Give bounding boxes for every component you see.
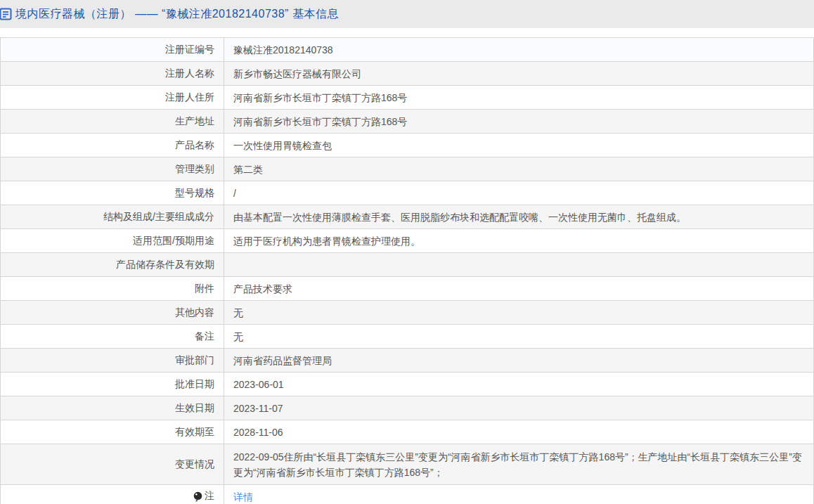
- table-row: 结构及组成/主要组成成分由基本配置一次性使用薄膜检查手套、医用脱脂纱布块和选配配…: [1, 205, 814, 229]
- row-value: 2023-11-07: [224, 396, 814, 420]
- row-label: 注册人名称: [1, 62, 224, 86]
- row-value: 产品技术要求: [224, 277, 814, 301]
- row-label: 注册人住所: [1, 86, 224, 110]
- row-value: 2022-09-05住所由“长垣县丁栾镇东三公里”变更为“河南省新乡市长垣市丁栾…: [224, 444, 814, 485]
- table-row: 批准日期2023-06-01: [1, 373, 814, 396]
- row-label: 产品储存条件及有效期: [1, 253, 224, 277]
- row-label: 生效日期: [1, 396, 224, 420]
- table-row: 适用范围/预期用途适用于医疗机构为患者胃镜检查护理使用。: [1, 229, 814, 253]
- table-row: 生产地址河南省新乡市长垣市丁栾镇丁方路168号: [1, 110, 814, 134]
- row-label: 生产地址: [1, 110, 224, 134]
- balloon-icon: [193, 491, 202, 503]
- table-row: 注册人住所河南省新乡市长垣市丁栾镇丁方路168号: [1, 86, 814, 110]
- row-label: 有效期至: [1, 420, 224, 444]
- row-label: 注: [1, 485, 224, 504]
- row-label: 批准日期: [1, 373, 224, 396]
- row-label: 管理类别: [1, 157, 224, 181]
- page: 境内医疗器械（注册） —— “豫械注准20182140738” 基本信息 注册证…: [0, 0, 814, 504]
- row-value: 新乡市畅达医疗器械有限公司: [224, 62, 814, 86]
- table-row: 注册人名称新乡市畅达医疗器械有限公司: [1, 62, 814, 86]
- table-row: 有效期至2028-11-06: [1, 420, 814, 444]
- row-label: 变更情况: [1, 444, 224, 485]
- row-value: 豫械注准20182140738: [224, 38, 814, 62]
- row-value: 由基本配置一次性使用薄膜检查手套、医用脱脂纱布块和选配配置咬嘴、一次性使用无菌巾…: [224, 205, 814, 229]
- row-value: /: [224, 181, 814, 205]
- row-label: 审批部门: [1, 349, 224, 373]
- detail-link[interactable]: 详情: [233, 491, 253, 503]
- table-row: 备注无: [1, 325, 814, 349]
- row-value: 第二类: [224, 157, 814, 181]
- table-row: 其他内容无: [1, 301, 814, 325]
- row-value: 河南省药品监督管理局: [224, 349, 814, 373]
- row-label: 附件: [1, 277, 224, 301]
- row-label: 适用范围/预期用途: [1, 229, 224, 253]
- row-value: 2028-11-06: [224, 420, 814, 444]
- row-value: 一次性使用胃镜检查包: [224, 134, 814, 157]
- table-row: 型号规格/: [1, 181, 814, 205]
- page-title: 境内医疗器械（注册） —— “豫械注准20182140738” 基本信息: [15, 7, 339, 22]
- table-row: 管理类别第二类: [1, 157, 814, 181]
- row-label: 结构及组成/主要组成成分: [1, 205, 224, 229]
- row-label: 产品名称: [1, 134, 224, 157]
- table-row: 变更情况2022-09-05住所由“长垣县丁栾镇东三公里”变更为“河南省新乡市长…: [1, 444, 814, 485]
- table-row: 产品名称一次性使用胃镜检查包: [1, 134, 814, 157]
- table-row: 注详情: [1, 485, 814, 504]
- row-value: 无: [224, 301, 814, 325]
- info-table: 注册证编号豫械注准20182140738注册人名称新乡市畅达医疗器械有限公司注册…: [0, 37, 814, 504]
- table-row: 生效日期2023-11-07: [1, 396, 814, 420]
- table-row: 产品储存条件及有效期: [1, 253, 814, 277]
- row-value: 无: [224, 325, 814, 349]
- row-value: 详情: [224, 485, 814, 504]
- table-row: 审批部门河南省药品监督管理局: [1, 349, 814, 373]
- row-value: 2023-06-01: [224, 373, 814, 396]
- document-icon: [0, 7, 13, 21]
- row-value: 河南省新乡市长垣市丁栾镇丁方路168号: [224, 86, 814, 110]
- row-label-text: 注: [205, 490, 214, 503]
- page-header: 境内医疗器械（注册） —— “豫械注准20182140738” 基本信息: [0, 0, 814, 28]
- table-row: 附件产品技术要求: [1, 277, 814, 301]
- row-label: 备注: [1, 325, 224, 349]
- row-value: 河南省新乡市长垣市丁栾镇丁方路168号: [224, 110, 814, 134]
- row-label: 其他内容: [1, 301, 224, 325]
- info-table-wrapper: 注册证编号豫械注准20182140738注册人名称新乡市畅达医疗器械有限公司注册…: [0, 37, 814, 504]
- row-label: 注册证编号: [1, 38, 224, 62]
- row-label: 型号规格: [1, 181, 224, 205]
- row-value: 适用于医疗机构为患者胃镜检查护理使用。: [224, 229, 814, 253]
- table-row: 注册证编号豫械注准20182140738: [1, 38, 814, 62]
- row-value: [224, 253, 814, 277]
